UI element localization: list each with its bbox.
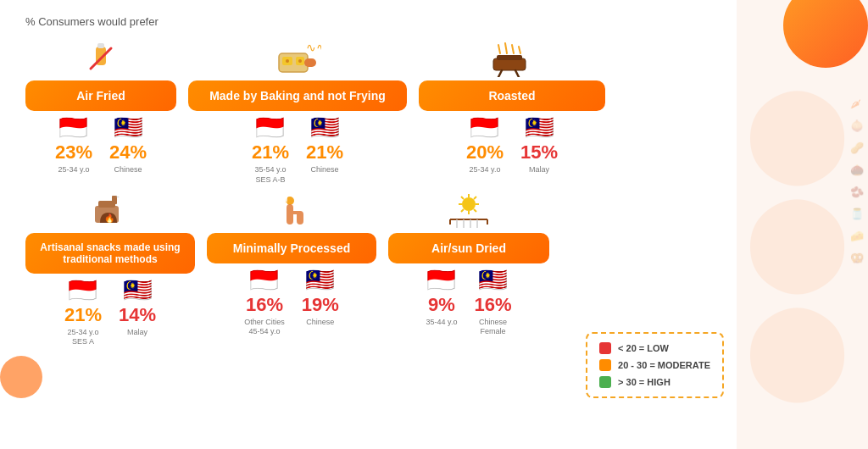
icon-artisanal: 🔥 ~ xyxy=(92,192,129,230)
label-malaysia-roasted: Malay xyxy=(529,165,549,175)
pct-malaysia-air-sun: 16% xyxy=(474,295,511,315)
flag-malaysia-roasted: 🇲🇾 xyxy=(525,116,554,140)
flag-malaysia-artisanal: 🇲🇾 xyxy=(123,279,153,302)
flag-malaysia-air-sun: 🇲🇾 xyxy=(478,269,508,292)
card-label-minimally: Minimally Processed xyxy=(207,233,376,263)
svg-line-17 xyxy=(515,70,519,77)
pct-indonesia-baking: 21% xyxy=(252,142,289,163)
icon-air-sun-dried xyxy=(447,192,491,230)
card-label-artisanal: Artisanal snacks made using traditional … xyxy=(25,233,195,274)
svg-text:~: ~ xyxy=(115,193,120,201)
card-label-roasted: Roasted xyxy=(419,80,605,111)
card-artisanal: 🔥 ~ Artisanal snacks made using traditio… xyxy=(25,192,195,348)
legend: < 20 = LOW 20 - 30 = MODERATE > 30 = HIG… xyxy=(586,332,724,398)
label-malaysia-artisanal: Malay xyxy=(127,328,147,338)
label-malaysia-air-fried: Chinese xyxy=(114,165,142,175)
stat-malaysia-baking: 🇲🇾 21% Chinese xyxy=(306,116,343,186)
label-indonesia-artisanal: 25-34 y.o SES A xyxy=(68,328,99,347)
svg-line-30 xyxy=(461,197,464,199)
icon-baking: ∿∿∿ xyxy=(274,40,321,77)
flag-indonesia: 🇮🇩 xyxy=(58,116,88,140)
pct-indonesia-air-fried: 23% xyxy=(55,142,92,163)
flag-indonesia-air-sun: 🇮🇩 xyxy=(426,269,456,292)
stat-indonesia-minimally: 🇮🇩 16% Other Cities 45-54 y.o xyxy=(244,269,285,338)
svg-point-6 xyxy=(286,59,289,63)
stat-indonesia-air-fried: 🇮🇩 23% 25-34 y.o xyxy=(55,116,92,175)
stat-malaysia-air-fried: 🇲🇾 24% Chinese xyxy=(109,116,147,175)
legend-dot-high xyxy=(599,376,611,388)
label-malaysia-baking: Chinese xyxy=(311,165,339,175)
legend-label-high: > 30 = HIGH xyxy=(618,377,670,387)
row-2: 🔥 ~ Artisanal snacks made using traditio… xyxy=(25,192,695,348)
legend-item-high: > 30 = HIGH xyxy=(599,376,710,388)
legend-label-low: < 20 = LOW xyxy=(618,343,669,353)
stat-indonesia-roasted: 🇮🇩 20% 25-34 y.o xyxy=(466,116,504,175)
icon-minimally: ! xyxy=(273,192,310,230)
card-roasted: Roasted 🇮🇩 20% 25-34 y.o 🇲🇾 15% Malay xyxy=(419,40,605,175)
legend-label-moderate: 20 - 30 = MODERATE xyxy=(618,360,710,370)
legend-item-moderate: 20 - 30 = MODERATE xyxy=(599,359,710,371)
svg-rect-10 xyxy=(493,58,526,70)
card-stats-air-sun-dried: 🇮🇩 9% 35-44 y.o 🇲🇾 16% Chinese Female xyxy=(426,269,512,338)
svg-line-14 xyxy=(512,45,514,53)
pct-malaysia-minimally: 19% xyxy=(302,295,339,315)
pct-malaysia-artisanal: 14% xyxy=(119,305,156,325)
flag-malaysia-minimally: 🇲🇾 xyxy=(305,269,335,292)
legend-dot-moderate xyxy=(599,359,611,371)
stat-indonesia-artisanal: 🇮🇩 21% 25-34 y.o SES A xyxy=(64,279,102,348)
svg-rect-9 xyxy=(304,58,316,67)
pct-indonesia-air-sun: 9% xyxy=(428,295,455,315)
legend-item-low: < 20 = LOW xyxy=(599,342,710,354)
stat-malaysia-air-sun: 🇲🇾 16% Chinese Female xyxy=(474,269,511,338)
label-malaysia-minimally: Chinese xyxy=(306,318,334,328)
icon-air-fried xyxy=(82,40,120,77)
flag-indonesia-roasted: 🇮🇩 xyxy=(470,116,499,140)
label-indonesia-air-sun: 35-44 y.o xyxy=(426,318,458,328)
svg-line-13 xyxy=(505,43,507,53)
label-malaysia-air-sun: Chinese Female xyxy=(479,318,507,337)
svg-line-15 xyxy=(519,47,520,53)
right-decorative-panel: ⬤⬤⬤ 🌶🧅🥜🌰🫘🫙🧀🥨 xyxy=(737,0,868,449)
icon-roasted xyxy=(490,40,534,77)
legend-dot-low xyxy=(599,342,611,354)
card-label-air-fried: Air Fried xyxy=(25,80,176,111)
card-label-air-sun-dried: Air/sun Dried xyxy=(388,233,549,263)
pct-indonesia-minimally: 16% xyxy=(246,295,283,315)
pct-malaysia-baking: 21% xyxy=(306,142,343,163)
right-food-deco: 🌶🧅🥜🌰🫘🫙🧀🥨 xyxy=(850,93,864,269)
card-stats-roasted: 🇮🇩 20% 25-34 y.o 🇲🇾 15% Malay xyxy=(466,116,558,175)
row-1: Air Fried 🇮🇩 23% 25-34 y.o 🇲🇾 24% Chines… xyxy=(25,40,695,186)
svg-rect-11 xyxy=(497,55,522,60)
svg-line-33 xyxy=(461,209,464,212)
flag-indonesia-minimally: 🇮🇩 xyxy=(249,269,279,292)
svg-text:🔥: 🔥 xyxy=(104,213,115,224)
label-indonesia-air-fried: 25-34 y.o xyxy=(58,165,90,175)
svg-point-25 xyxy=(462,197,476,211)
card-minimally: ! Minimally Processed 🇮🇩 16% Other Citie… xyxy=(207,192,376,338)
card-stats-artisanal: 🇮🇩 21% 25-34 y.o SES A 🇲🇾 14% Malay xyxy=(64,279,156,348)
card-stats-minimally: 🇮🇩 16% Other Cities 45-54 y.o 🇲🇾 19% Chi… xyxy=(244,269,339,338)
svg-text:∿∿∿: ∿∿∿ xyxy=(306,41,321,54)
stat-indonesia-air-sun: 🇮🇩 9% 35-44 y.o xyxy=(426,269,458,338)
card-baking: ∿∿∿ Made by Baking and not Frying 🇮🇩 21%… xyxy=(188,40,407,186)
card-label-baking: Made by Baking and not Frying xyxy=(188,80,407,111)
card-air-sun-dried: Air/sun Dried 🇮🇩 9% 35-44 y.o 🇲🇾 16% Chi… xyxy=(388,192,549,338)
label-indonesia-baking: 35-54 y.o SES A-B xyxy=(255,165,287,185)
svg-line-16 xyxy=(498,70,502,77)
svg-point-7 xyxy=(298,59,302,63)
page-title: % Consumers would prefer xyxy=(25,15,695,28)
card-stats-baking: 🇮🇩 21% 35-54 y.o SES A-B 🇲🇾 21% Chinese xyxy=(252,116,343,186)
right-pattern: ⬤⬤⬤ xyxy=(737,0,868,449)
main-content: % Consumers would prefer Air Fried 🇮🇩 23… xyxy=(0,0,712,356)
card-air-fried: Air Fried 🇮🇩 23% 25-34 y.o 🇲🇾 24% Chines… xyxy=(25,40,176,175)
stat-malaysia-roasted: 🇲🇾 15% Malay xyxy=(520,116,558,175)
stat-malaysia-minimally: 🇲🇾 19% Chinese xyxy=(302,269,339,338)
pct-indonesia-artisanal: 21% xyxy=(64,305,102,325)
stat-indonesia-baking: 🇮🇩 21% 35-54 y.o SES A-B xyxy=(252,116,289,186)
svg-line-31 xyxy=(474,209,476,212)
flag-malaysia: 🇲🇾 xyxy=(114,116,143,140)
svg-rect-1 xyxy=(97,43,104,48)
pct-malaysia-air-fried: 24% xyxy=(109,142,147,163)
flag-malaysia-baking: 🇲🇾 xyxy=(310,116,340,140)
deco-bottom-left xyxy=(0,356,42,398)
